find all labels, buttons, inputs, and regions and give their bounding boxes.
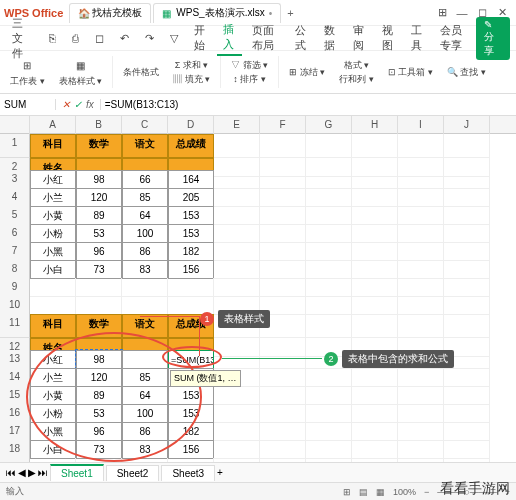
cell[interactable]: 85 (122, 188, 168, 207)
cell[interactable]: 科目 (30, 314, 76, 338)
view-layout-icon[interactable]: ▤ (359, 487, 368, 497)
tab-nav-prev[interactable]: ◀ (18, 467, 26, 478)
cell[interactable] (398, 404, 444, 423)
cell[interactable]: 153 (168, 206, 214, 225)
cell[interactable] (260, 170, 306, 189)
view-page-icon[interactable]: ▦ (376, 487, 385, 497)
cell[interactable] (306, 170, 352, 189)
cell[interactable]: 156 (168, 440, 214, 459)
tab-data[interactable]: 数据 (318, 21, 343, 55)
cell[interactable]: 73 (76, 260, 122, 279)
row-header[interactable]: 13 (0, 350, 30, 369)
find-btn[interactable]: 🔍 查找 ▾ (447, 66, 486, 79)
cell[interactable] (398, 188, 444, 207)
cell[interactable] (398, 278, 444, 297)
cell[interactable]: 73 (76, 440, 122, 459)
row-header[interactable]: 8 (0, 260, 30, 279)
cell[interactable] (30, 296, 76, 315)
cell[interactable]: 小黄 (30, 206, 76, 225)
cell[interactable]: 66 (122, 170, 168, 189)
sum-btn[interactable]: Σ 求和 ▾ (175, 59, 209, 72)
name-box[interactable]: SUM (0, 99, 56, 110)
tab-review[interactable]: 审阅 (347, 21, 372, 55)
cell[interactable] (352, 206, 398, 225)
cell[interactable] (352, 296, 398, 315)
tab-nav-first[interactable]: ⏮ (6, 467, 16, 478)
cell[interactable]: 98 (76, 170, 122, 189)
cell[interactable] (444, 296, 490, 315)
row-header[interactable]: 6 (0, 224, 30, 243)
cell[interactable]: 53 (76, 404, 122, 423)
cell[interactable] (352, 188, 398, 207)
cell[interactable]: 小白 (30, 440, 76, 459)
cell[interactable] (444, 170, 490, 189)
tab-nav-last[interactable]: ⏭ (38, 467, 48, 478)
zoom-slider[interactable]: ———○——— (437, 487, 496, 497)
cell[interactable]: 64 (122, 206, 168, 225)
cell[interactable]: 数学 (76, 134, 122, 158)
cell[interactable] (214, 170, 260, 189)
cell[interactable] (306, 134, 352, 158)
view-normal-icon[interactable]: ⊞ (343, 487, 351, 497)
cell[interactable]: 83 (122, 440, 168, 459)
qat-preview-icon[interactable]: ◻ (89, 30, 110, 47)
cell[interactable] (352, 314, 398, 338)
cell[interactable] (352, 278, 398, 297)
cell[interactable] (444, 278, 490, 297)
cell[interactable] (398, 242, 444, 261)
cell[interactable]: 156 (168, 260, 214, 279)
col-header[interactable]: E (214, 116, 260, 134)
qat-more-icon[interactable]: ▽ (164, 30, 184, 47)
col-header[interactable]: A (30, 116, 76, 134)
cell[interactable]: 120 (76, 368, 122, 387)
cell[interactable] (352, 224, 398, 243)
cell[interactable] (306, 224, 352, 243)
cell[interactable]: 89 (76, 206, 122, 225)
col-header[interactable]: H (352, 116, 398, 134)
cell[interactable] (444, 422, 490, 441)
formula-input[interactable]: =SUM(B13:C13) (101, 99, 516, 110)
tab-layout[interactable]: 页面布局 (246, 21, 284, 55)
minimize-icon[interactable]: — (452, 7, 472, 19)
share-button[interactable]: ✎ 分享 (476, 17, 510, 60)
cancel-icon[interactable]: ✕ (62, 99, 70, 110)
filter-btn[interactable]: ▽ 筛选 ▾ (231, 59, 268, 72)
cell[interactable] (398, 224, 444, 243)
tab-nav-next[interactable]: ▶ (28, 467, 36, 478)
cell[interactable] (214, 422, 260, 441)
cell[interactable] (306, 404, 352, 423)
cell[interactable] (260, 224, 306, 243)
cell[interactable]: 小红 (30, 170, 76, 189)
cell[interactable] (214, 242, 260, 261)
tab-insert[interactable]: 插入 (217, 20, 242, 56)
cell[interactable] (214, 134, 260, 158)
tab-start[interactable]: 开始 (188, 21, 213, 55)
cell[interactable] (168, 278, 214, 297)
cell[interactable] (398, 422, 444, 441)
tab-templates[interactable]: 🏠 找桔充模板 (69, 3, 151, 23)
cell[interactable] (352, 260, 398, 279)
cell[interactable] (306, 260, 352, 279)
row-header[interactable]: 11 (0, 314, 30, 338)
cell[interactable] (306, 368, 352, 387)
cell[interactable] (306, 296, 352, 315)
cell[interactable] (260, 188, 306, 207)
cell[interactable]: 164 (168, 170, 214, 189)
cell[interactable]: 总成绩 (168, 134, 214, 158)
cell[interactable]: 小黄 (30, 386, 76, 405)
cond-format[interactable]: 条件格式 (123, 66, 159, 79)
row-header[interactable]: 18 (0, 440, 30, 459)
cell[interactable]: 98 (76, 350, 122, 369)
row-header[interactable]: 4 (0, 188, 30, 207)
row-header[interactable]: 7 (0, 242, 30, 261)
cell[interactable] (398, 296, 444, 315)
cell[interactable] (260, 422, 306, 441)
cell[interactable]: 100 (122, 224, 168, 243)
cell[interactable] (398, 440, 444, 459)
cell[interactable]: 小粉 (30, 404, 76, 423)
cell[interactable] (306, 278, 352, 297)
row-header[interactable]: 3 (0, 170, 30, 189)
tab-formula[interactable]: 公式 (289, 21, 314, 55)
cell[interactable] (214, 440, 260, 459)
cell[interactable] (352, 404, 398, 423)
